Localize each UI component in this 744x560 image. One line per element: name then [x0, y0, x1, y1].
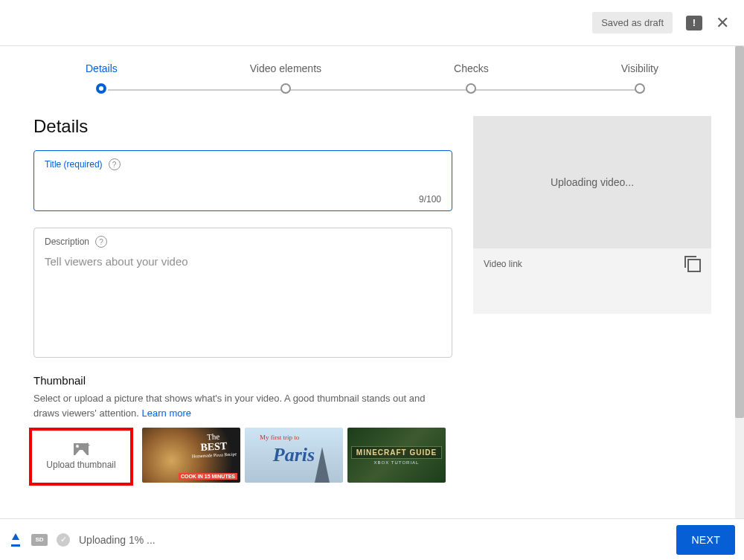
close-icon[interactable]: ✕ [716, 15, 729, 31]
left-column: Details Title (required) ? 9/100 Descrip… [33, 116, 452, 518]
step-visibility[interactable]: Visibility [621, 62, 658, 94]
video-link-label: Video link [484, 259, 522, 269]
upload-progress-text: Uploading 1% ... [79, 534, 155, 546]
description-label: Description ? [45, 236, 441, 248]
step-label: Details [86, 62, 118, 74]
thumbnail-option-3[interactable]: MINECRAFT GUIDE XBOX TUTORIAL [347, 428, 446, 483]
step-details[interactable]: Details [86, 62, 118, 94]
saved-draft-badge: Saved as draft [592, 12, 673, 33]
upload-thumbnail-button[interactable]: + Upload thumbnail [29, 428, 133, 486]
step-label: Video elements [250, 62, 321, 74]
section-title: Details [33, 116, 452, 137]
step-line [108, 89, 636, 91]
video-upload-status: Uploading video... [473, 116, 711, 248]
step-label: Checks [454, 62, 489, 74]
step-circle [635, 83, 645, 94]
upload-thumbnail-label: Upload thumbnail [46, 460, 115, 470]
check-icon: ✓ [57, 533, 70, 547]
dialog-footer: SD ✓ Uploading 1% ... NEXT [0, 518, 744, 560]
title-char-count: 9/100 [419, 194, 441, 205]
dialog-header: Saved as draft ! ✕ [0, 0, 744, 46]
feedback-icon[interactable]: ! [686, 16, 702, 30]
next-button[interactable]: NEXT [676, 525, 735, 555]
help-icon[interactable]: ? [95, 236, 107, 248]
thumbnail-row: + Upload thumbnail TheBESTHomemade Pizza… [33, 428, 452, 486]
description-field[interactable]: Description ? Tell viewers about your vi… [33, 228, 452, 358]
upload-icon [9, 533, 22, 547]
step-circle [280, 83, 291, 94]
step-label: Visibility [621, 62, 658, 74]
thumbnail-heading: Thumbnail [33, 374, 452, 387]
sd-badge-icon: SD [31, 534, 48, 546]
help-icon[interactable]: ? [109, 158, 121, 170]
learn-more-link[interactable]: Learn more [142, 408, 191, 419]
description-placeholder: Tell viewers about your video [45, 255, 441, 268]
title-field[interactable]: Title (required) ? 9/100 [33, 150, 452, 211]
title-label: Title (required) ? [45, 158, 441, 170]
thumbnail-option-1[interactable]: TheBESTHomemade Pizza Recipe COOK IN 15 … [142, 428, 240, 483]
thumbnail-option-2[interactable]: My first trip to Paris [245, 428, 343, 483]
copy-link-icon[interactable] [687, 259, 701, 272]
video-meta: Video link [473, 248, 711, 314]
image-add-icon: + [74, 443, 89, 455]
thumbnail-desc-text: Select or upload a picture that shows wh… [33, 393, 425, 419]
title-label-text: Title (required) [45, 159, 103, 170]
scrollbar-thumb[interactable] [735, 46, 744, 418]
step-circle [466, 83, 476, 94]
thumbnail-description: Select or upload a picture that shows wh… [33, 391, 452, 420]
video-preview-panel: Uploading video... Video link [473, 116, 711, 314]
content-area: Details Title (required) ? 9/100 Descrip… [0, 94, 744, 518]
step-video-elements[interactable]: Video elements [250, 62, 321, 94]
right-column: Uploading video... Video link [473, 116, 711, 518]
step-circle [96, 83, 106, 94]
title-input[interactable] [45, 175, 441, 187]
progress-stepper: Details Video elements Checks Visibility [0, 46, 744, 94]
scrollbar[interactable] [735, 46, 744, 518]
step-checks[interactable]: Checks [454, 62, 489, 94]
description-label-text: Description [45, 236, 89, 247]
